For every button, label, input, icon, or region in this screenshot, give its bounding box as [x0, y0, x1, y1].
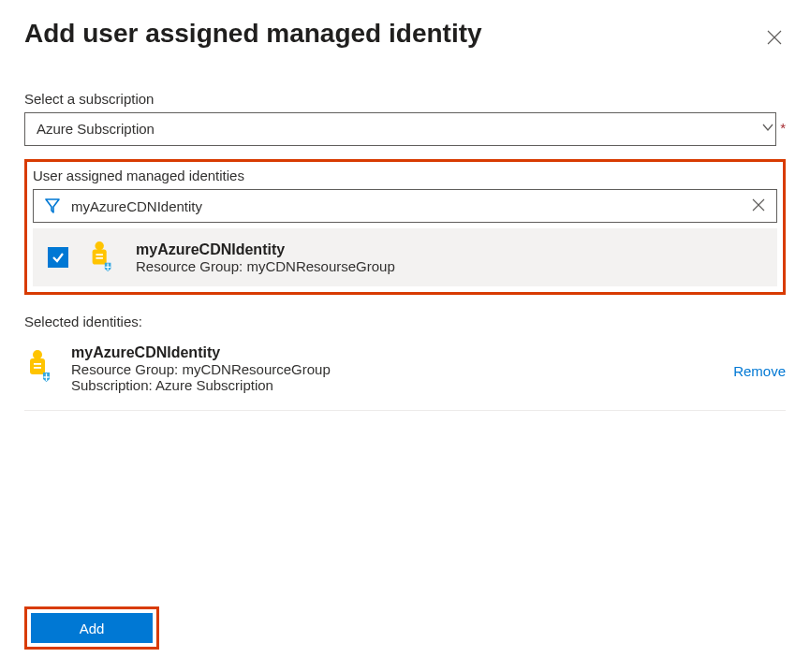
- clear-icon: [752, 198, 765, 212]
- svg-rect-5: [30, 358, 45, 374]
- page-title: Add user assigned managed identity: [24, 19, 482, 49]
- selected-identity-subscription: Subscription: Azure Subscription: [71, 377, 718, 393]
- svg-rect-6: [34, 363, 41, 365]
- managed-identity-icon: [24, 348, 56, 386]
- identity-item-resource-group: Resource Group: myCDNResourseGroup: [136, 258, 395, 274]
- remove-identity-link[interactable]: Remove: [733, 363, 786, 379]
- clear-filter-button[interactable]: [741, 197, 776, 216]
- svg-rect-1: [93, 250, 107, 265]
- filter-icon: [34, 197, 71, 215]
- checkmark-icon: [52, 251, 65, 264]
- close-icon: [767, 30, 782, 45]
- selected-identity-item: myAzureCDNIdentity Resource Group: myCDN…: [24, 344, 786, 411]
- identity-filter-wrapper: [33, 189, 777, 223]
- identities-section-label: User assigned managed identities: [33, 168, 777, 183]
- identity-list-item[interactable]: myAzureCDNIdentity Resource Group: myCDN…: [33, 228, 777, 286]
- identity-filter-input[interactable]: [71, 190, 741, 222]
- selected-identities-label: Selected identities:: [24, 314, 786, 329]
- close-button[interactable]: [763, 24, 786, 53]
- managed-identity-icon: [87, 240, 117, 275]
- svg-rect-3: [96, 257, 103, 259]
- add-button-highlight: Add: [24, 606, 159, 650]
- subscription-dropdown[interactable]: Azure Subscription: [24, 112, 776, 146]
- required-indicator: *: [780, 120, 786, 136]
- svg-point-0: [95, 241, 103, 250]
- identities-highlight-box: User assigned managed identities myAzure…: [24, 159, 786, 295]
- svg-point-4: [33, 350, 42, 359]
- identity-checkbox[interactable]: [48, 247, 68, 268]
- svg-rect-7: [34, 367, 41, 369]
- svg-rect-2: [96, 254, 103, 256]
- add-button[interactable]: Add: [31, 613, 153, 643]
- subscription-label: Select a subscription: [24, 91, 786, 107]
- selected-identity-resource-group: Resource Group: myCDNResourceGroup: [71, 361, 718, 377]
- identity-item-name: myAzureCDNIdentity: [136, 241, 395, 258]
- selected-identity-name: myAzureCDNIdentity: [71, 344, 718, 361]
